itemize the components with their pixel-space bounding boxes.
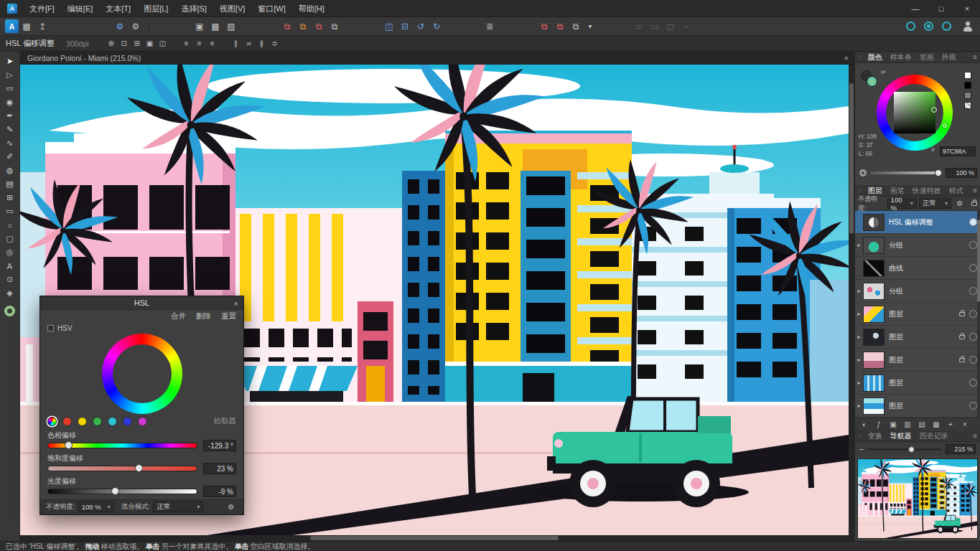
- layers-scrollbar[interactable]: [977, 211, 980, 418]
- arrange-front-icon[interactable]: ⧉: [279, 19, 295, 34]
- lock-icon[interactable]: [959, 358, 965, 362]
- distribute-horizontal-icon[interactable]: ∦: [256, 38, 269, 50]
- hsl-dialog-close-icon[interactable]: ×: [234, 296, 238, 311]
- group-icon[interactable]: ▥: [901, 419, 914, 430]
- layer-thumbnail[interactable]: [863, 237, 885, 254]
- layer-thumbnail[interactable]: [863, 283, 885, 300]
- menu-file[interactable]: 文件[F]: [23, 0, 61, 17]
- menu-view[interactable]: 视图[V]: [213, 0, 251, 17]
- insert-ontop-icon[interactable]: ⧉: [568, 19, 584, 34]
- swatch-red[interactable]: [62, 417, 72, 426]
- swatch-cyan[interactable]: [108, 417, 117, 426]
- swatch-white[interactable]: [964, 72, 971, 79]
- expand-icon[interactable]: ▸: [855, 311, 863, 317]
- zoom-value[interactable]: 215 %: [946, 444, 976, 454]
- new-layer-icon[interactable]: +: [944, 419, 957, 430]
- document-tab[interactable]: Giordano Poloni - Miami (215.0%) ×: [20, 52, 854, 65]
- persona-pixel-icon[interactable]: [924, 22, 933, 31]
- tab-transform[interactable]: 变换: [864, 430, 886, 442]
- tab-colour[interactable]: 颜色: [864, 52, 886, 63]
- arrange-forward-icon[interactable]: ⧉: [295, 19, 311, 34]
- layers-gear-icon[interactable]: ⚙: [953, 198, 966, 209]
- view-tool[interactable]: ◈: [1, 286, 19, 300]
- swatch-yellow[interactable]: [78, 417, 87, 426]
- persona-export-icon[interactable]: [942, 22, 951, 31]
- live-filter-icon[interactable]: ƒ: [872, 419, 885, 430]
- insert-inside-icon[interactable]: ⧉: [552, 19, 568, 34]
- hue-shift-value[interactable]: [203, 440, 236, 451]
- swatch-blue[interactable]: [123, 417, 132, 426]
- space-vertical-icon[interactable]: ≍: [243, 38, 256, 50]
- layer-row[interactable]: HSL 偏移调整: [855, 211, 980, 234]
- dialog-gear-icon[interactable]: ⚙: [225, 501, 238, 513]
- crop-tool[interactable]: ⊞: [1, 191, 19, 204]
- align-center-icon[interactable]: ≡: [193, 38, 206, 50]
- fill-colour-well[interactable]: [4, 306, 15, 316]
- layer-thumbnail[interactable]: [863, 214, 885, 231]
- panel-menu-icon[interactable]: ≡: [973, 432, 977, 440]
- document-close-icon[interactable]: ×: [844, 54, 849, 62]
- layer-toggle[interactable]: [969, 379, 977, 387]
- picker-button[interactable]: 拾取器: [214, 416, 237, 426]
- settings-gear-blue-icon[interactable]: ⚙: [112, 19, 128, 34]
- space-horizontal-icon[interactable]: ∥: [230, 38, 243, 50]
- zoom-object-icon[interactable]: ◫: [157, 38, 169, 50]
- layer-row[interactable]: ▸ 图层: [855, 303, 980, 326]
- luminosity-shift-slider[interactable]: [47, 489, 197, 494]
- layer-row[interactable]: ▸ 分组: [855, 280, 980, 303]
- hue-shift-slider[interactable]: [47, 443, 197, 448]
- alignment-icon[interactable]: ≣: [482, 19, 498, 34]
- app-icon[interactable]: A: [7, 4, 17, 14]
- maximize-button[interactable]: □: [928, 0, 954, 17]
- zoom-tool[interactable]: ⊙: [1, 273, 19, 286]
- hue-ring-marker[interactable]: [943, 123, 947, 128]
- colour-wheel-marker[interactable]: [931, 107, 937, 113]
- layers-opacity-select[interactable]: 100 %▾: [887, 198, 917, 209]
- flip-vertical-icon[interactable]: ⊟: [397, 19, 413, 34]
- swatch-black[interactable]: [964, 82, 971, 89]
- colour-opacity-thumb[interactable]: [935, 169, 942, 176]
- panel-handle-icon[interactable]: ∷: [858, 187, 862, 194]
- panel-handle-icon[interactable]: ∷: [858, 54, 862, 61]
- layers-lock-icon[interactable]: [971, 202, 977, 206]
- persona-vector-icon[interactable]: [906, 22, 915, 31]
- settings-gear-icon[interactable]: ⚙: [128, 19, 144, 34]
- insert-behind-icon[interactable]: ⧉: [536, 19, 552, 34]
- layers-scroll-thumb[interactable]: [977, 220, 980, 302]
- colour-picker-tool[interactable]: ◉: [1, 95, 19, 109]
- layer-toggle[interactable]: [969, 218, 977, 226]
- expand-icon[interactable]: ▸: [855, 334, 863, 340]
- layers-blend-select[interactable]: 正常▾: [919, 198, 951, 209]
- layer-row[interactable]: ▸ 图层: [855, 395, 980, 418]
- layer-toggle[interactable]: [969, 241, 977, 249]
- layer-toggle[interactable]: [969, 402, 977, 410]
- flip-horizontal-icon[interactable]: ◫: [381, 19, 397, 34]
- distribute-vertical-icon[interactable]: ≎: [269, 38, 281, 50]
- fill-layer-icon[interactable]: ▤: [915, 419, 928, 430]
- panel-menu-icon[interactable]: ≡: [973, 53, 977, 61]
- layer-row[interactable]: ▸ 分组: [855, 234, 980, 257]
- dialog-blend-select[interactable]: 正常▾: [153, 501, 203, 512]
- panel-handle-icon[interactable]: ∷: [858, 433, 862, 440]
- merge-button[interactable]: 合并: [171, 311, 186, 321]
- layer-thumbnail[interactable]: [863, 329, 885, 346]
- hsl-dialog[interactable]: HSL × 合并 删除 重置 HSV 拾取器 色相偏移: [39, 296, 244, 515]
- tab-stroke[interactable]: 笔画: [916, 52, 938, 63]
- tab-brushes[interactable]: 画笔: [887, 185, 908, 197]
- snap-bounds-icon[interactable]: ▣: [192, 19, 207, 34]
- pen-tool[interactable]: ✒: [1, 109, 19, 123]
- zoom-fit-icon[interactable]: ⊕: [105, 38, 118, 50]
- layer-thumbnail[interactable]: [863, 260, 885, 277]
- paint-brush-tool[interactable]: ✐: [1, 150, 19, 164]
- pixel-layer-icon[interactable]: ▦: [930, 419, 943, 430]
- artistic-text-tool[interactable]: A: [1, 259, 19, 273]
- mask-icon[interactable]: ▣: [887, 419, 900, 430]
- hue-wheel[interactable]: [40, 334, 243, 414]
- navigator-preview[interactable]: [857, 458, 978, 539]
- tab-styles[interactable]: 样式: [946, 185, 967, 197]
- gradient-tool[interactable]: ▤: [1, 177, 19, 191]
- layer-row[interactable]: 曲线: [855, 257, 980, 280]
- layer-toggle[interactable]: [969, 287, 977, 295]
- delete-button[interactable]: 删除: [196, 311, 211, 321]
- expand-icon[interactable]: ▸: [855, 380, 863, 386]
